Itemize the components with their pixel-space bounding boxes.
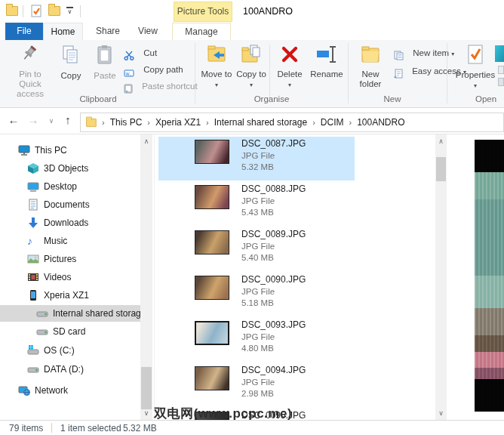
tab-file[interactable]: File <box>5 23 43 40</box>
sidebar-scrollbar[interactable]: ∧ ∨ <box>140 134 152 420</box>
scroll-up-icon[interactable]: ∧ <box>435 136 447 147</box>
file-type: JPG File <box>241 242 306 251</box>
new-group-label: New <box>366 94 419 103</box>
breadcrumb-item-folder[interactable]: 100ANDRO <box>352 117 410 128</box>
sidebar-item-internal-storage[interactable]: Internal shared storage <box>0 305 142 322</box>
breadcrumb-item-device[interactable]: Xperia XZ1 <box>150 117 206 128</box>
cube-icon <box>27 162 39 174</box>
properties-label: Properties <box>456 70 495 79</box>
breadcrumb-item-dcim[interactable]: DCIM <box>315 117 349 128</box>
properties-button[interactable]: Properties ▾ <box>454 43 496 102</box>
file-item[interactable]: DSC_0093.JPGJPG File4.80 MB <box>155 319 435 362</box>
copy-to-button[interactable]: Copy to ▾ <box>235 43 267 102</box>
sidebar-item-network[interactable]: Network <box>0 382 142 399</box>
dropdown-arrow-icon: ▾ <box>250 82 253 88</box>
cut-button[interactable]: Cut <box>124 45 157 60</box>
file-size: 5.40 MB <box>241 253 306 262</box>
history-button-icon[interactable] <box>498 78 504 86</box>
edit-button-icon[interactable] <box>498 66 504 74</box>
file-name: DSC_0093.JPG <box>241 319 306 330</box>
scroll-down-icon[interactable]: ∨ <box>140 408 152 418</box>
sidebar-item-os-c[interactable]: OS (C:) <box>0 342 142 359</box>
copy-icon <box>56 45 86 68</box>
paste-shortcut-icon <box>124 84 139 93</box>
sidebar-item-pictures[interactable]: Pictures <box>0 251 142 267</box>
new-item-button[interactable]: New item ▾ <box>394 45 454 60</box>
watermark-text: 双电网(www.pcpc.me) <box>154 405 292 422</box>
title-bar: ∨ Picture Tools 100ANDRO <box>0 0 504 23</box>
phone-icon <box>27 289 39 301</box>
file-list-scrollbar[interactable]: ∧ ∨ <box>435 134 447 420</box>
file-size: 5.43 MB <box>241 208 306 217</box>
file-item[interactable]: DSC_0090.JPGJPG File5.18 MB <box>155 274 435 316</box>
copy-button[interactable]: Copy <box>56 43 86 102</box>
file-item[interactable]: DSC_0089.JPGJPG File5.40 MB <box>155 229 435 271</box>
sidebar-item-data-d[interactable]: DATA (D:) <box>0 361 142 378</box>
delete-button[interactable]: Delete ▾ <box>272 43 307 102</box>
rename-icon <box>308 45 346 66</box>
recent-locations-dropdown[interactable]: ∨ <box>44 117 59 125</box>
sidebar-item-music[interactable]: ♪ Music <box>0 233 142 249</box>
qat-properties-icon[interactable] <box>30 5 43 20</box>
pin-to-quick-access-button[interactable]: Pin to Quick access <box>8 43 53 102</box>
dropdown-arrow-icon: ▾ <box>474 82 477 89</box>
item-count: 79 items <box>9 423 43 433</box>
forward-button[interactable]: → <box>26 113 41 126</box>
sidebar-item-3d-objects[interactable]: 3D Objects <box>0 160 142 177</box>
sidebar-item-xperia[interactable]: Xperia XZ1 <box>0 287 142 304</box>
file-item[interactable]: DSC_0087.JPGJPG File5.32 MB <box>155 138 435 180</box>
qat-new-folder-icon[interactable] <box>48 6 60 16</box>
picture-icon <box>27 253 39 265</box>
new-folder-button[interactable]: New folder <box>353 43 388 102</box>
tab-view[interactable]: View <box>129 23 167 40</box>
file-size: 5.18 MB <box>241 298 306 307</box>
move-to-button[interactable]: Move to ▾ <box>201 43 232 102</box>
tab-home[interactable]: Home <box>43 23 83 40</box>
scroll-down-icon[interactable]: ∨ <box>435 408 447 418</box>
monitor-icon <box>18 144 30 156</box>
sidebar-scrollbar-thumb[interactable] <box>141 367 152 409</box>
back-button[interactable]: ← <box>6 113 21 126</box>
delete-icon <box>272 45 307 66</box>
file-type: JPG File <box>241 332 306 341</box>
sidebar-item-downloads[interactable]: Downloads <box>0 214 142 231</box>
file-thumbnail <box>195 276 229 300</box>
qat-separator <box>23 5 23 17</box>
scroll-up-icon[interactable]: ∧ <box>140 136 152 147</box>
sidebar-item-desktop[interactable]: Desktop <box>0 178 142 195</box>
paste-shortcut-label: Paste shortcut <box>142 82 198 91</box>
copy-path-button[interactable]: w.. Copy path <box>124 62 183 77</box>
drive-windows-icon <box>27 344 39 356</box>
drive-icon <box>36 325 48 338</box>
sidebar-item-videos[interactable]: Videos <box>0 269 142 285</box>
paste-button[interactable]: Paste <box>89 43 121 102</box>
open-button-icon[interactable] <box>495 45 504 62</box>
organise-group-label: Organise <box>241 94 302 103</box>
file-list-scrollbar-thumb[interactable] <box>436 157 446 181</box>
address-bar[interactable]: › This PC › Xperia XZ1 › Internal shared… <box>80 113 504 132</box>
breadcrumb-item-storage[interactable]: Internal shared storage <box>209 117 312 128</box>
file-item[interactable]: DSC_0094.JPGJPG File2.98 MB <box>155 365 435 407</box>
sidebar-item-documents[interactable]: Documents <box>0 196 142 213</box>
network-icon <box>18 384 30 396</box>
qat-folder-icon[interactable] <box>6 6 18 16</box>
file-type: JPG File <box>241 287 306 296</box>
file-name: DSC_0090.JPG <box>241 274 306 285</box>
picture-tools-context-label: Picture Tools <box>174 2 232 22</box>
breadcrumb-item-this-pc[interactable]: This PC <box>105 117 148 128</box>
qat-customize-icon[interactable]: ∨ <box>66 7 73 14</box>
sidebar-item-this-pc[interactable]: This PC <box>0 142 142 159</box>
up-button[interactable]: ↑ <box>60 113 75 126</box>
paste-shortcut-button[interactable]: Paste shortcut <box>124 79 198 94</box>
sidebar-item-sd-card[interactable]: SD card <box>0 323 142 340</box>
copy-to-icon <box>235 45 267 66</box>
drive-icon <box>36 307 48 319</box>
clipboard-group-label: Clipboard <box>68 94 128 103</box>
file-type: JPG File <box>241 196 306 205</box>
tab-share[interactable]: Share <box>88 23 128 40</box>
file-name: DSC_0094.JPG <box>241 365 306 375</box>
tab-manage[interactable]: Manage <box>172 23 231 40</box>
file-item[interactable]: DSC_0088.JPGJPG File5.43 MB <box>155 184 435 226</box>
copy-path-label: Copy path <box>143 65 183 74</box>
rename-button[interactable]: Rename <box>308 43 346 102</box>
